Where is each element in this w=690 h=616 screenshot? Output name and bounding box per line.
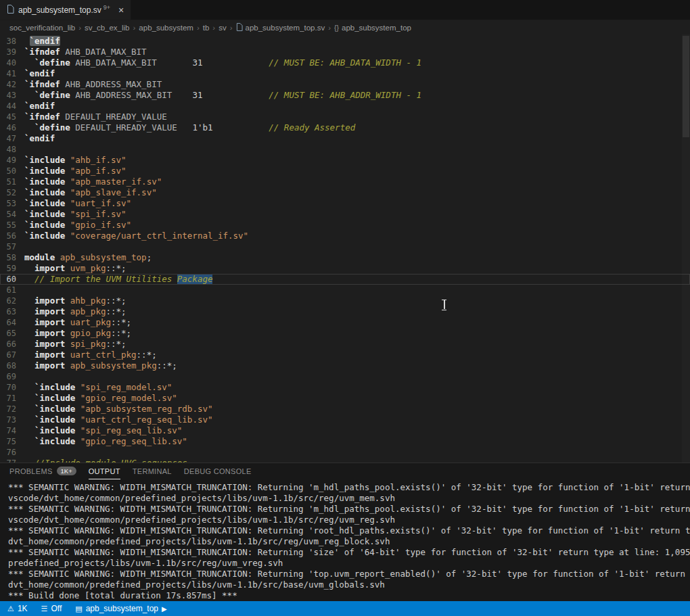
code-line[interactable]: 60 // Import the UVM Utilities Package <box>0 274 690 285</box>
line-number[interactable]: 64 <box>0 317 24 328</box>
panel-tab-problems[interactable]: PROBLEMS1K+ <box>9 463 76 479</box>
code-line[interactable]: 66 import spi_pkg::*; <box>0 339 690 350</box>
line-number[interactable]: 54 <box>0 209 24 220</box>
code-line[interactable]: 39`ifndef AHB_DATA_MAX_BIT <box>0 47 690 57</box>
line-number[interactable]: 76 <box>0 447 24 458</box>
editor-scrollbar[interactable] <box>682 34 690 463</box>
code-line[interactable]: 72 `include "apb_subsystem_reg_rdb.sv" <box>0 404 690 414</box>
scrollbar-thumb[interactable] <box>683 36 689 137</box>
code-line[interactable]: 56`include "coverage/uart_ctrl_internal_… <box>0 231 690 241</box>
code-line[interactable]: 50`include "apb_if.sv" <box>0 166 690 176</box>
line-number[interactable]: 72 <box>0 404 24 414</box>
breadcrumb-item[interactable]: sv_cb_ex_lib <box>85 24 129 32</box>
line-number[interactable]: 73 <box>0 414 24 425</box>
line-number[interactable]: 55 <box>0 220 24 231</box>
line-number[interactable]: 47 <box>0 133 24 144</box>
line-number[interactable]: 44 <box>0 101 24 112</box>
code-line[interactable]: 49`include "ahb_if.sv" <box>0 155 690 166</box>
panel-tab-debug-console[interactable]: DEBUG CONSOLE <box>184 463 252 479</box>
tab-apb-subsystem-top[interactable]: apb_subsystem_top.sv 9+ × <box>0 0 131 20</box>
line-number[interactable]: 48 <box>0 144 24 155</box>
code-line[interactable]: 75 `include "gpio_reg_seq_lib.sv" <box>0 436 690 447</box>
line-number[interactable]: 42 <box>0 79 24 90</box>
code-line[interactable]: 55`include "gpio_if.sv" <box>0 220 690 231</box>
code-editor[interactable]: 38 `endif39`ifndef AHB_DATA_MAX_BIT40 `d… <box>0 34 690 463</box>
code-line[interactable]: 73 `include "uart_ctrl_reg_seq_lib.sv" <box>0 414 690 425</box>
code-line[interactable]: 51`include "apb_master_if.sv" <box>0 176 690 187</box>
output-log[interactable]: *** SEMANTIC WARNING: WIDTH_MISMATCH_TRU… <box>0 479 690 601</box>
code-line[interactable]: 38 `endif <box>0 36 690 47</box>
line-number[interactable]: 69 <box>0 371 24 382</box>
close-icon[interactable]: × <box>118 5 124 15</box>
breadcrumb-item[interactable]: apb_subsystem_top.sv <box>236 23 325 32</box>
line-number[interactable]: 41 <box>0 68 24 79</box>
statusbar-item-1k[interactable]: ⚠1K <box>5 601 30 616</box>
line-number[interactable]: 49 <box>0 155 24 166</box>
line-number[interactable]: 50 <box>0 166 24 176</box>
line-number[interactable]: 39 <box>0 47 24 57</box>
code-line[interactable]: 77 //Include module UVC sequences <box>0 458 690 463</box>
line-number[interactable]: 38 <box>0 36 24 47</box>
line-number[interactable]: 70 <box>0 382 24 393</box>
code-line[interactable]: 58module apb_subsystem_top; <box>0 252 690 263</box>
line-number[interactable]: 66 <box>0 339 24 350</box>
code-line[interactable]: 57 <box>0 241 690 252</box>
line-number[interactable]: 59 <box>0 263 24 274</box>
code-line[interactable]: 41`endif <box>0 68 690 79</box>
code-line[interactable]: 52`include "apb_slave_if.sv" <box>0 187 690 198</box>
code-line[interactable]: 43 `define AHB_ADDRESS_MAX_BIT 31 // MUS… <box>0 90 690 101</box>
line-number[interactable]: 45 <box>0 112 24 122</box>
breadcrumb-item[interactable]: apb_subsystem <box>139 24 193 32</box>
code-line[interactable]: 76 <box>0 447 690 458</box>
code-line[interactable]: 69 <box>0 371 690 382</box>
code-line[interactable]: 46 `define DEFAULT_HREADY_VALUE 1'b1 // … <box>0 122 690 133</box>
statusbar-item-off[interactable]: ☰Off <box>39 601 64 616</box>
code-line[interactable]: 68 import apb_subsystem_pkg::*; <box>0 360 690 371</box>
code-line[interactable]: 45`ifndef DEFAULT_HREADY_VALUE <box>0 112 690 122</box>
line-number[interactable]: 52 <box>0 187 24 198</box>
line-number[interactable]: 57 <box>0 241 24 252</box>
code-line[interactable]: 70 `include "spi_reg_model.sv" <box>0 382 690 393</box>
panel-tab-output[interactable]: OUTPUT <box>89 463 120 479</box>
line-number[interactable]: 63 <box>0 306 24 317</box>
play-icon[interactable]: ▶ <box>162 605 167 613</box>
line-number[interactable]: 60 <box>0 274 24 285</box>
line-number[interactable]: 46 <box>0 122 24 133</box>
breadcrumb-item[interactable]: tb <box>203 24 210 32</box>
line-number[interactable]: 51 <box>0 176 24 187</box>
line-number[interactable]: 61 <box>0 285 24 295</box>
line-number[interactable]: 75 <box>0 436 24 447</box>
code-line[interactable]: 44`endif <box>0 101 690 112</box>
code-line[interactable]: 74 `include "spi_reg_seq_lib.sv" <box>0 425 690 436</box>
code-line[interactable]: 67 import uart_ctrl_pkg::*; <box>0 350 690 360</box>
code-line[interactable]: 64 import uart_pkg::*; <box>0 317 690 328</box>
breadcrumb-item[interactable]: soc_verification_lib <box>9 24 75 32</box>
code-line[interactable]: 71 `include "gpio_reg_model.sv" <box>0 393 690 404</box>
line-number[interactable]: 56 <box>0 231 24 241</box>
code-line[interactable]: 48 <box>0 144 690 155</box>
code-line[interactable]: 54`include "spi_if.sv" <box>0 209 690 220</box>
code-line[interactable]: 40 `define AHB_DATA_MAX_BIT 31 // MUST B… <box>0 57 690 68</box>
breadcrumb-item[interactable]: sv <box>218 24 227 32</box>
line-number[interactable]: 74 <box>0 425 24 436</box>
statusbar-item-apb_subsystem_top[interactable]: ▤apb_subsystem_top▶ <box>73 601 169 616</box>
code-line[interactable]: 53`include "uart_if.sv" <box>0 198 690 209</box>
code-line[interactable]: 47`endif <box>0 133 690 144</box>
line-number[interactable]: 71 <box>0 393 24 404</box>
line-number[interactable]: 68 <box>0 360 24 371</box>
line-number[interactable]: 67 <box>0 350 24 360</box>
code-line[interactable]: 65 import gpio_pkg::*; <box>0 328 690 339</box>
line-number[interactable]: 65 <box>0 328 24 339</box>
panel-tab-terminal[interactable]: TERMINAL <box>133 463 172 479</box>
line-number[interactable]: 53 <box>0 198 24 209</box>
line-number[interactable]: 58 <box>0 252 24 263</box>
line-number[interactable]: 62 <box>0 295 24 306</box>
line-number[interactable]: 40 <box>0 57 24 68</box>
breadcrumb-item[interactable]: {}apb_subsystem_top <box>334 24 411 32</box>
code-line[interactable]: 42`ifndef AHB_ADDRESS_MAX_BIT <box>0 79 690 90</box>
line-number[interactable]: 77 <box>0 458 24 463</box>
line-number[interactable]: 43 <box>0 90 24 101</box>
code-line[interactable]: 59 import uvm_pkg::*; <box>0 263 690 274</box>
code-line[interactable]: 61 <box>0 285 690 295</box>
code-line[interactable]: 63 import apb_pkg::*; <box>0 306 690 317</box>
